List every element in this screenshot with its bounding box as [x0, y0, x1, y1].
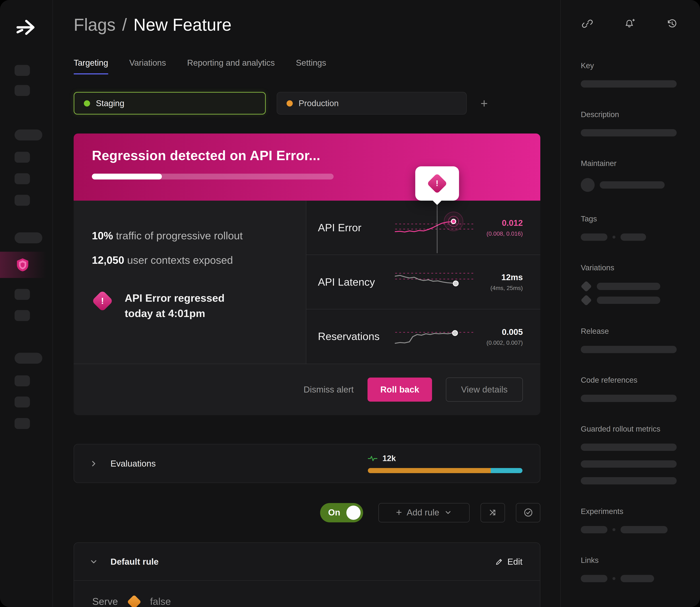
breadcrumb: Flags / New Feature: [74, 15, 540, 35]
key-skeleton: [581, 80, 677, 87]
sidebar-item-skeleton[interactable]: [15, 353, 42, 364]
production-status-dot: [287, 100, 293, 106]
sidebar-item-skeleton[interactable]: [15, 65, 30, 76]
metric-name: API Latency: [318, 276, 395, 288]
tab-variations[interactable]: Variations: [129, 58, 166, 75]
shield-icon: [16, 257, 29, 272]
default-rule-header[interactable]: Default rule Edit: [74, 543, 540, 581]
flag-on-toggle[interactable]: On: [320, 503, 363, 522]
section-maintainer: Maintainer: [581, 159, 677, 192]
right-sidebar-actions: [582, 18, 677, 29]
dismiss-alert-button[interactable]: Dismiss alert: [304, 384, 354, 395]
alert-header: Regression detected on API Error...: [74, 133, 540, 201]
roll-back-button[interactable]: Roll back: [368, 378, 432, 402]
section-code-references: Code references: [581, 376, 677, 402]
link-skeleton: [620, 575, 654, 582]
traffic-stat-label: traffic of progressive rollout: [113, 230, 243, 242]
notifications-button[interactable]: [624, 18, 635, 29]
variation-skeleton: [597, 283, 660, 290]
warning-diamond-icon: !: [92, 290, 113, 312]
evaluations-card[interactable]: Evaluations 12k: [74, 444, 540, 483]
main-content: Flags / New Feature Targeting Variations…: [74, 0, 540, 607]
flag-details-panel: Key Description Maintainer Tags: [581, 61, 677, 582]
metric-name: Reservations: [318, 331, 395, 342]
metric-skeleton: [581, 477, 677, 484]
shuffle-button[interactable]: [481, 503, 505, 522]
metric-value: 0.012: [486, 218, 523, 228]
breadcrumb-separator: /: [122, 15, 127, 35]
shuffle-icon: [488, 508, 498, 517]
contexts-stat: 12,050 user contexts exposed: [92, 254, 291, 266]
check-circle-icon: [523, 507, 533, 518]
default-rule-title: Default rule: [110, 557, 159, 567]
sidebar-item-skeleton[interactable]: [15, 397, 30, 407]
toggle-knob: [346, 505, 360, 520]
serve-label: Serve: [92, 596, 118, 607]
breadcrumb-flags[interactable]: Flags: [74, 15, 115, 35]
view-details-button[interactable]: View details: [446, 378, 523, 402]
sidebar-item-skeleton[interactable]: [15, 85, 30, 96]
link-icon: [582, 18, 593, 29]
history-button[interactable]: [666, 18, 677, 29]
approvals-button[interactable]: [516, 503, 540, 522]
section-key: Key: [581, 61, 677, 87]
serve-value: false: [150, 596, 171, 607]
contexts-stat-value: 12,050: [92, 254, 124, 266]
variation-diamond-icon: [581, 295, 592, 306]
add-environment-button[interactable]: +: [481, 97, 488, 109]
release-skeleton: [581, 346, 677, 353]
sidebar-item-skeleton[interactable]: [15, 310, 30, 321]
variation-false-diamond-icon: [127, 594, 141, 607]
sidebar-item-skeleton[interactable]: [15, 173, 30, 184]
sidebar-item-skeleton[interactable]: [15, 375, 30, 386]
environment-tab-production[interactable]: Production: [277, 92, 467, 114]
environment-tab-staging[interactable]: Staging: [74, 92, 266, 114]
chevron-down-icon: [444, 508, 452, 517]
default-rule-card: Default rule Edit Serve false: [74, 542, 540, 607]
copy-link-button[interactable]: [582, 18, 593, 29]
variation-skeleton: [597, 297, 660, 304]
regression-note: ! API Error regressed today at 4:01pm: [92, 290, 291, 321]
sidebar-item-skeleton[interactable]: [15, 195, 30, 206]
evaluations-label: Evaluations: [110, 458, 156, 468]
edit-default-rule-button[interactable]: Edit: [495, 557, 522, 567]
metric-name: API Error: [318, 222, 395, 234]
app-logo[interactable]: [14, 15, 38, 39]
alert-progress-track: [92, 174, 334, 180]
tab-settings[interactable]: Settings: [296, 58, 326, 75]
serve-row: Serve false: [74, 581, 540, 607]
section-label: Links: [581, 556, 677, 565]
reservations-sparkline: [395, 323, 476, 350]
sidebar-item-skeleton[interactable]: [15, 129, 42, 141]
section-label: Variations: [581, 264, 677, 272]
dot-separator: [613, 528, 615, 531]
history-icon: [666, 18, 677, 29]
tooltip-connector-line: [437, 205, 437, 253]
sidebar-item-skeleton[interactable]: [15, 152, 30, 163]
add-rule-label: Add rule: [407, 507, 439, 518]
add-rule-button[interactable]: + Add rule: [378, 503, 469, 522]
sidebar-item-skeleton[interactable]: [15, 232, 42, 243]
variation-diamond-icon: [581, 281, 592, 292]
maintainer-avatar: [581, 178, 595, 192]
alert-title: Regression detected on API Error...: [92, 148, 522, 163]
metric-row-api-error: API Error 0.012 (0.008, 0.016): [306, 201, 540, 255]
tab-reporting-analytics[interactable]: Reporting and analytics: [187, 58, 275, 75]
toggle-label: On: [328, 507, 340, 518]
section-variations: Variations: [581, 264, 677, 304]
evaluations-bar-segment: [368, 468, 491, 473]
link-skeleton: [581, 575, 607, 582]
sidebar-item-skeleton[interactable]: [15, 289, 30, 300]
chevron-right-icon[interactable]: [89, 458, 99, 468]
edit-label: Edit: [507, 557, 522, 567]
sidebar-item-guarded-release-active[interactable]: [0, 252, 52, 278]
api-latency-sparkline: [395, 269, 476, 295]
metric-range: (4ms, 25ms): [490, 285, 523, 291]
page-title: New Feature: [133, 15, 232, 35]
sidebar-item-skeleton[interactable]: [15, 418, 30, 429]
alert-footer: Dismiss alert Roll back View details: [74, 364, 540, 415]
chevron-down-icon[interactable]: [89, 557, 99, 567]
traffic-stat-value: 10%: [92, 230, 113, 242]
warning-diamond-icon: !: [427, 173, 447, 194]
tab-targeting[interactable]: Targeting: [74, 58, 108, 75]
